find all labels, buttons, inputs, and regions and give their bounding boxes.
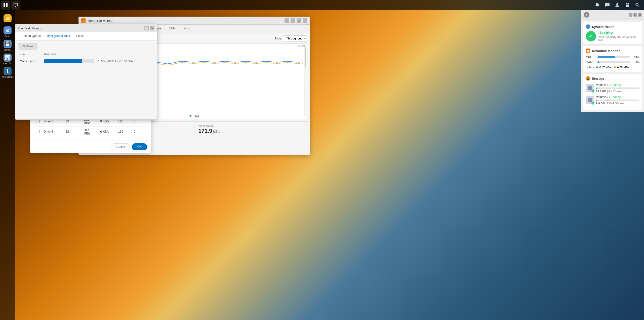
panel-window-controls: – □ ⧉ (629, 13, 641, 17)
rm-help-button[interactable]: ? (285, 18, 289, 23)
sidebar-item-storage[interactable]: 💾 Storag.. (1, 39, 14, 52)
sidebar-item-folder[interactable]: 📁 (1, 12, 14, 25)
svg-rect-0 (4, 3, 5, 5)
read-speed-value: 0.47 KB/s (596, 66, 612, 69)
remove-button[interactable]: Remove (18, 43, 37, 50)
folder-icon: 📁 (4, 14, 12, 22)
volume-2-item[interactable]: ✓ Volume 2 (Healthy) 9.9 GB | 910.4 GB f… (586, 95, 639, 105)
tab-background-task[interactable]: Background Task (44, 32, 73, 40)
volume-1-name: Volume 1 (Healthy) (596, 83, 639, 87)
write-speed-value: 0.58 KB/s (614, 66, 629, 69)
drive-util-6: 32 (64, 127, 82, 137)
write-speed-stat: Write Speed 171.9 MB/s (194, 124, 307, 134)
volume-1-item[interactable]: ✓ Volume 1 (Healthy) 13.9 GB | 4.4 TB fr… (586, 83, 639, 93)
sidebar-item-info[interactable]: ℹ Info Center (1, 66, 14, 79)
cpu-percentage: 54% (632, 56, 639, 59)
drive-name-6: Drive 6 (42, 127, 64, 137)
cpu-bar-fill (597, 56, 615, 58)
health-check-icon: ✓ (586, 31, 596, 41)
metrics-section-header: Resource Monitor (586, 49, 639, 53)
file-task-tabs: Upload Queue Background Task Email (15, 32, 157, 40)
drive-checkbox-5[interactable] (36, 119, 39, 123)
storage-header: 🗄 Storage (586, 76, 639, 81)
sidebar-item-resource[interactable]: 📊 Res.. M.. (1, 53, 14, 65)
package-button[interactable] (623, 1, 632, 10)
apps-button[interactable] (1, 1, 10, 10)
write-speed-stat-value: 171.9 (198, 128, 212, 134)
health-description: Your Synology NAS is working well. (598, 35, 639, 41)
svg-point-7 (616, 3, 618, 5)
ram-label: RAM (586, 61, 596, 64)
task-row-0: Copy: Linux 75.9 % (10.39 GB/13.69 GB) (18, 57, 154, 66)
storage-section: 🗄 Storage ✓ Volume 1 (Healthy) (583, 74, 642, 110)
taskbar (0, 0, 644, 10)
type-label: Type: (275, 37, 282, 40)
svg-rect-17 (589, 87, 591, 87)
svg-rect-15 (589, 51, 589, 52)
sidebar-item-control[interactable]: ⚙ Cont.. (1, 26, 14, 38)
ram-bar-fill (597, 61, 599, 63)
svg-line-12 (638, 6, 639, 7)
volume-1-icon: ✓ (586, 84, 594, 92)
panel-minimize-button[interactable]: – (629, 13, 632, 17)
progress-text: 75.9 % (10.39 GB/13.69 GB) (97, 60, 133, 63)
svg-rect-14 (588, 50, 589, 52)
system-health-header: i System Health (586, 24, 639, 29)
rm-minimize-button[interactable]: – (291, 18, 295, 23)
file-task-monitor-window: File Task Monitor ⬜ ✕ Upload Queue Backg… (15, 24, 157, 120)
read-dot (596, 66, 598, 68)
custom-view-cancel-button[interactable]: Cancel (111, 143, 130, 150)
volume-2-size: 9.9 GB | 910.4 GB free (596, 102, 639, 105)
cpu-bar-background (597, 56, 630, 58)
svg-rect-3 (6, 5, 8, 7)
storage-section-title: Storage (592, 77, 604, 80)
search-button[interactable] (633, 1, 642, 10)
drive-write-sp-6: 0 KB/s (98, 127, 116, 137)
panel-restore-button[interactable]: ⧉ (638, 13, 641, 17)
rm-close-button[interactable]: ✕ (303, 18, 307, 23)
tab-upload-queue[interactable]: Upload Queue (18, 32, 44, 40)
volume-1-check-icon: ✓ (591, 89, 594, 93)
tab-lun[interactable]: LUN (166, 25, 179, 33)
drive-write-iops-6: 0 (132, 127, 147, 137)
panel-add-button[interactable]: + (584, 12, 589, 18)
svg-rect-2 (4, 5, 5, 7)
rm-maximize-button[interactable]: □ (297, 18, 301, 23)
tab-nfs[interactable]: NFS (180, 25, 193, 33)
write-speed-stat-value-row: 171.9 MB/s (198, 128, 303, 134)
total-row: Total ▾ 0.47 KB/s 0.58 KB/s (586, 66, 639, 69)
ram-percentage: 6% (632, 61, 639, 64)
volume-1-info: Volume 1 (Healthy) 13.9 GB | 4.4 TB free (596, 83, 639, 93)
file-task-titlebar: File Task Monitor ⬜ ✕ (15, 24, 157, 32)
panel-maximize-button[interactable]: □ (633, 13, 637, 17)
control-panel-label: Cont.. (5, 35, 11, 37)
progress-bar-fill (44, 59, 82, 63)
drive-checkbox-6[interactable] (36, 130, 39, 133)
file-task-toolbar: Remove (18, 43, 154, 50)
svg-rect-19 (589, 89, 590, 89)
messages-button[interactable] (603, 1, 612, 10)
chart-legend-total: Total (189, 114, 199, 117)
file-task-content: Remove File Progress Copy: Linux 75.9 % … (15, 40, 157, 68)
write-dot (614, 66, 616, 68)
custom-view-footer: Cancel OK (30, 141, 151, 153)
storage-manager-label: Storag.. (4, 49, 12, 51)
tab-email[interactable]: Email (73, 32, 87, 40)
resource-monitor-window-title: Resource Monitor (88, 19, 114, 23)
chart-scrollbar[interactable] (304, 46, 306, 116)
task-progress-cell: 75.9 % (10.39 GB/13.69 GB) (42, 57, 154, 66)
total-label[interactable]: Total ▾ (586, 66, 595, 69)
user-button[interactable] (613, 1, 622, 10)
screen-button[interactable] (11, 1, 20, 10)
health-status-text: Healthy Your Synology NAS is working wel… (598, 31, 639, 41)
panel-header: + – □ ⧉ (581, 10, 644, 20)
drive-row-6: Drive 6 32 28.6 MB/s 0 KB/s 160 0 (34, 127, 147, 137)
file-task-window-controls: ⬜ ✕ (144, 26, 154, 30)
notifications-button[interactable] (593, 1, 602, 10)
custom-view-ok-button[interactable]: OK (132, 143, 147, 150)
ftw-resize-button[interactable]: ⬜ (144, 26, 149, 30)
ftw-close-button[interactable]: ✕ (150, 26, 154, 30)
sidebar: 📁 ⚙ Cont.. 💾 Storag.. 📊 Res.. M.. ℹ Info… (0, 10, 15, 320)
type-select[interactable]: Throughput IOPS Latency (284, 35, 307, 41)
total-values: 0.47 KB/s 0.58 KB/s (596, 66, 629, 69)
